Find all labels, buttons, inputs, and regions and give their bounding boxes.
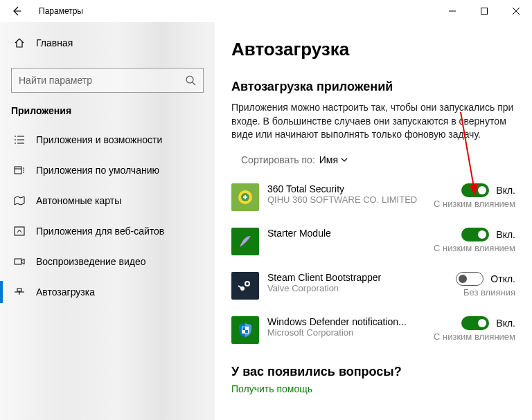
app-publisher: Valve Corporation (267, 283, 450, 293)
app-info: Windows Defender notification...Microsof… (267, 316, 428, 338)
sidebar-item-offline-maps[interactable]: Автономные карты (0, 185, 215, 216)
svg-rect-34 (245, 330, 248, 333)
app-row: Windows Defender notification...Microsof… (231, 311, 515, 355)
close-button[interactable] (500, 0, 532, 22)
sidebar-home[interactable]: Главная (0, 29, 215, 57)
web-apps-icon (14, 226, 25, 237)
app-publisher: QIHU 360 SOFTWARE CO. LIMITED (267, 194, 428, 205)
svg-point-5 (186, 76, 193, 83)
search-icon (185, 75, 196, 86)
svg-point-29 (246, 282, 249, 285)
startup-toggle[interactable] (461, 316, 489, 330)
maximize-button[interactable] (468, 0, 500, 22)
app-icon (231, 183, 259, 211)
svg-rect-18 (15, 227, 24, 235)
toggle-state-label: Вкл. (496, 185, 515, 196)
svg-rect-26 (243, 197, 247, 198)
app-icon (231, 228, 259, 255)
sort-value-text: Имя (319, 154, 338, 165)
page-title: Автозагрузка (231, 39, 515, 60)
sidebar-item-label: Приложения по умолчанию (36, 165, 159, 176)
startup-toggle[interactable] (456, 272, 484, 286)
sidebar-section-title: Приложения (0, 105, 215, 125)
minimize-button[interactable] (436, 0, 468, 22)
app-row: Steam Client BootstrapperValve Corporati… (231, 266, 515, 311)
toggle-state-label: Вкл. (496, 318, 515, 329)
window-title: Параметры (39, 6, 83, 16)
svg-rect-21 (17, 289, 21, 291)
apps-features-icon (14, 134, 25, 145)
app-name: Windows Defender notification... (267, 316, 428, 327)
startup-toggle[interactable] (461, 183, 489, 197)
sidebar: Главная Приложения Приложения и возможно… (0, 22, 215, 420)
app-row: Starter ModuleВкл.С низким влиянием (231, 222, 515, 266)
svg-rect-2 (481, 8, 488, 15)
svg-line-6 (193, 82, 195, 85)
sidebar-item-default-apps[interactable]: Приложения по умолчанию (0, 155, 215, 185)
app-info: 360 Total SecurityQIHU 360 SOFTWARE CO. … (267, 183, 428, 205)
app-icon (231, 272, 259, 300)
svg-point-27 (238, 278, 253, 293)
questions-heading: У вас появились вопросы? (231, 365, 515, 379)
app-controls: Откл.Без влияния (456, 272, 515, 298)
svg-rect-13 (15, 167, 21, 174)
section-description: Приложения можно настроить так, чтобы он… (231, 101, 515, 142)
sidebar-home-label: Главная (36, 37, 73, 48)
app-controls: Вкл.С низким влиянием (434, 316, 515, 342)
sidebar-item-apps-features[interactable]: Приложения и возможности (0, 125, 215, 155)
section-subtitle: Автозагрузка приложений (231, 80, 515, 94)
back-button[interactable] (6, 0, 28, 22)
sidebar-item-web-apps[interactable]: Приложения для веб-сайтов (0, 216, 215, 246)
video-playback-icon (14, 256, 25, 267)
get-help-link[interactable]: Получить помощь (231, 383, 515, 394)
home-icon (14, 37, 25, 48)
startup-toggle[interactable] (461, 228, 489, 241)
startup-impact: С низким влиянием (434, 331, 515, 342)
app-row: 360 Total SecurityQIHU 360 SOFTWARE CO. … (231, 178, 515, 222)
sort-label: Сортировать по: (241, 154, 315, 165)
svg-rect-19 (15, 259, 21, 264)
window-controls (436, 0, 532, 22)
sidebar-item-label: Автономные карты (36, 195, 121, 206)
startup-impact: С низким влиянием (434, 199, 515, 209)
search-input[interactable] (19, 75, 185, 86)
default-apps-icon (14, 165, 25, 176)
startup-icon (14, 286, 25, 298)
sidebar-item-video-playback[interactable]: Воспроизведение видео (0, 246, 215, 277)
startup-impact: С низким влиянием (434, 243, 515, 253)
app-publisher: Microsoft Corporation (267, 327, 428, 338)
app-name: Steam Client Bootstrapper (267, 272, 450, 283)
app-info: Starter Module (267, 228, 428, 239)
app-controls: Вкл.С низким влиянием (434, 228, 515, 253)
sort-row: Сортировать по: Имя (241, 154, 515, 165)
sidebar-item-label: Приложения и возможности (36, 134, 162, 145)
sidebar-item-label: Воспроизведение видео (36, 256, 145, 267)
offline-maps-icon (14, 195, 25, 206)
app-info: Steam Client BootstrapperValve Corporati… (267, 272, 450, 293)
toggle-state-label: Вкл. (496, 229, 515, 240)
titlebar: Параметры (0, 0, 532, 22)
app-icon (231, 316, 259, 344)
app-name: Starter Module (267, 228, 428, 239)
startup-impact: Без влияния (456, 287, 515, 298)
toggle-state-label: Откл. (490, 273, 515, 284)
svg-rect-33 (242, 327, 245, 330)
sidebar-item-startup[interactable]: Автозагрузка (0, 277, 215, 307)
apps-list: 360 Total SecurityQIHU 360 SOFTWARE CO. … (231, 178, 515, 355)
search-input-wrapper[interactable] (11, 68, 204, 93)
sidebar-item-label: Приложения для веб-сайтов (36, 226, 164, 237)
chevron-down-icon (341, 156, 348, 163)
sidebar-item-label: Автозагрузка (36, 286, 95, 298)
sort-dropdown[interactable]: Имя (319, 154, 348, 165)
app-name: 360 Total Security (267, 183, 428, 194)
app-controls: Вкл.С низким влиянием (434, 183, 515, 209)
main-content: Автозагрузка Автозагрузка приложений При… (215, 22, 532, 420)
